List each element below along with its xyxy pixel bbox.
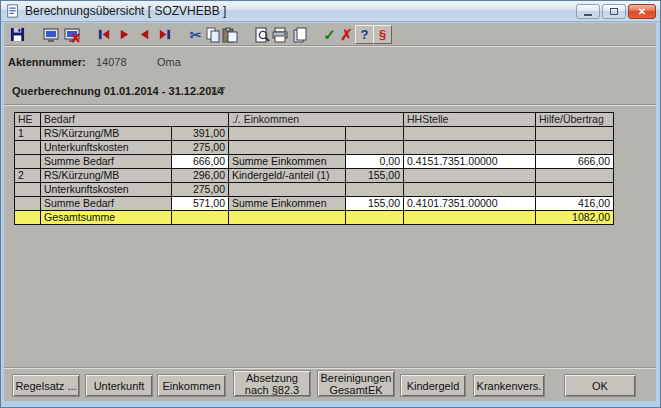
action-button-einkommen[interactable]: Einkommen bbox=[157, 374, 226, 397]
table-cell bbox=[536, 127, 614, 141]
action-button-unterkunft[interactable]: Unterkunft bbox=[85, 374, 153, 397]
cancel-load-button[interactable] bbox=[62, 25, 81, 44]
table-row: Summe Bedarf571,00Summe Einkommen155,000… bbox=[15, 197, 614, 211]
table-cell: Summe Bedarf bbox=[41, 197, 172, 211]
table-cell: Unterkunftskosten bbox=[41, 141, 172, 155]
column-header: ./. Einkommen bbox=[229, 113, 404, 127]
paste-icon bbox=[222, 27, 238, 43]
app-window: Berechnungsübersicht [ SOZVHEBB ] ✕ bbox=[0, 0, 661, 408]
print-preview-icon bbox=[254, 27, 270, 43]
copy-page-icon bbox=[292, 27, 308, 43]
table-cell: 1082,00 bbox=[536, 211, 614, 225]
table-cell bbox=[15, 197, 41, 211]
action-button-krankenvers[interactable]: Krankenvers. bbox=[473, 374, 545, 397]
close-icon: ✕ bbox=[638, 7, 646, 17]
first-record-button[interactable] bbox=[95, 25, 114, 44]
page-indicator: 7/7 bbox=[210, 85, 225, 97]
title-bar[interactable]: Berechnungsübersicht [ SOZVHEBB ] ✕ bbox=[1, 1, 660, 22]
table-cell bbox=[346, 127, 404, 141]
save-icon bbox=[10, 27, 25, 42]
table-cell bbox=[15, 141, 41, 155]
close-button[interactable]: ✕ bbox=[628, 4, 656, 19]
table-cell bbox=[346, 211, 404, 225]
table-cell bbox=[346, 141, 404, 155]
table-cell bbox=[404, 169, 536, 183]
table-cell bbox=[229, 183, 346, 197]
calc-title: Querberechnung 01.01.2014 - 31.12.2014 bbox=[12, 85, 224, 97]
calc-table: HEBedarf./. EinkommenHHStelleHilfe/Übert… bbox=[14, 112, 614, 225]
maximize-icon bbox=[610, 8, 618, 15]
column-header: HHStelle bbox=[404, 113, 536, 127]
table-cell bbox=[536, 183, 614, 197]
minimize-button[interactable] bbox=[576, 4, 600, 19]
total-row: Gesamtsumme1082,00 bbox=[15, 211, 614, 225]
table-cell: Summe Einkommen bbox=[229, 197, 346, 211]
table-cell bbox=[172, 211, 229, 225]
paste-button[interactable] bbox=[220, 25, 239, 44]
table-cell bbox=[404, 183, 536, 197]
maximize-button[interactable] bbox=[602, 4, 626, 19]
print-icon bbox=[272, 27, 288, 43]
minimize-icon bbox=[584, 14, 592, 16]
table-cell: 296,00 bbox=[172, 169, 229, 183]
confirm-check-icon: ✓ bbox=[323, 27, 336, 42]
help-button[interactable]: ? bbox=[355, 25, 374, 44]
table-cell: Summe Bedarf bbox=[41, 155, 172, 169]
table-cell: 666,00 bbox=[536, 155, 614, 169]
button-panel-divider bbox=[4, 367, 656, 369]
last-record-button[interactable] bbox=[155, 25, 174, 44]
table-cell: Gesamtsumme bbox=[41, 211, 172, 225]
table-cell bbox=[229, 141, 346, 155]
table-cell: 391,00 bbox=[172, 127, 229, 141]
abort-button[interactable]: ✗ bbox=[337, 25, 356, 44]
section-divider bbox=[4, 104, 656, 106]
next-record-icon bbox=[117, 27, 132, 42]
table-cell: 2 bbox=[15, 169, 41, 183]
action-button-kindergeld[interactable]: Kindergeld bbox=[400, 374, 466, 397]
table-cell: Summe Einkommen bbox=[229, 155, 346, 169]
paragraph-icon: § bbox=[379, 28, 386, 41]
table-cell bbox=[404, 127, 536, 141]
table-cell: 571,00 bbox=[172, 197, 229, 211]
copy-page-button[interactable] bbox=[290, 25, 309, 44]
column-header: Hilfe/Übertrag bbox=[536, 113, 614, 127]
cancel-load-icon bbox=[64, 27, 80, 43]
toolbar: ✂ bbox=[4, 23, 656, 46]
action-button-absetzung-nach-82-3[interactable]: Absetzung nach §82.3 bbox=[233, 370, 311, 397]
table-cell: 0.4101.7351.00000 bbox=[404, 197, 536, 211]
help-icon: ? bbox=[361, 28, 369, 41]
action-button-ok[interactable]: OK bbox=[564, 374, 636, 397]
cut-icon: ✂ bbox=[190, 28, 202, 42]
table-cell: 666,00 bbox=[172, 155, 229, 169]
table-cell: 155,00 bbox=[346, 197, 404, 211]
action-button-regelsatz[interactable]: Regelsatz ... bbox=[12, 374, 80, 397]
table-row: Unterkunftskosten275,00 bbox=[15, 183, 614, 197]
table-row: Unterkunftskosten275,00 bbox=[15, 141, 614, 155]
table-cell bbox=[15, 211, 41, 225]
table-cell bbox=[229, 211, 346, 225]
table-cell bbox=[404, 141, 536, 155]
table-row: Summe Bedarf666,00Summe Einkommen0,000.4… bbox=[15, 155, 614, 169]
paragraph-button[interactable]: § bbox=[373, 25, 392, 44]
next-record-button[interactable] bbox=[115, 25, 134, 44]
load-record-button[interactable] bbox=[41, 25, 60, 44]
last-record-icon bbox=[157, 27, 172, 42]
table-cell: RS/Kürzung/MB bbox=[41, 169, 172, 183]
action-button-bereinigungen-gesamtek[interactable]: Bereinigungen GesamtEK bbox=[317, 370, 395, 397]
previous-record-button[interactable] bbox=[135, 25, 154, 44]
table-cell: 0.4151.7351.00000 bbox=[404, 155, 536, 169]
save-button[interactable] bbox=[8, 25, 27, 44]
column-header: Bedarf bbox=[41, 113, 229, 127]
table-cell: 275,00 bbox=[172, 183, 229, 197]
calc-table-header: HEBedarf./. EinkommenHHStelleHilfe/Übert… bbox=[15, 113, 614, 127]
abort-x-icon: ✗ bbox=[340, 27, 353, 42]
client-area: ✂ bbox=[4, 23, 656, 401]
previous-record-icon bbox=[137, 27, 152, 42]
print-preview-button[interactable] bbox=[252, 25, 271, 44]
person-name: Oma bbox=[157, 56, 181, 68]
table-cell: 416,00 bbox=[536, 197, 614, 211]
aktennummer-value: 14078 bbox=[96, 56, 127, 68]
first-record-icon bbox=[97, 27, 112, 42]
table-cell: Unterkunftskosten bbox=[41, 183, 172, 197]
print-button[interactable] bbox=[270, 25, 289, 44]
